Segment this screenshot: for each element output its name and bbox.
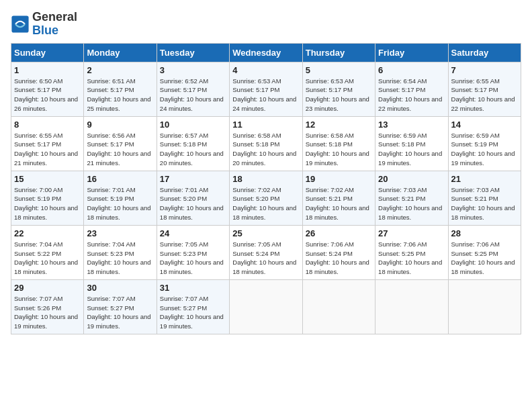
day-detail: Sunrise: 7:00 AMSunset: 5:19 PMDaylight:… — [14, 186, 78, 221]
calendar-day: 8 Sunrise: 6:55 AMSunset: 5:17 PMDayligh… — [11, 116, 84, 171]
calendar-day: 3 Sunrise: 6:52 AMSunset: 5:17 PMDayligh… — [157, 62, 229, 116]
weekday-header: Thursday — [302, 43, 375, 62]
day-number: 22 — [14, 228, 81, 238]
day-detail: Sunrise: 7:02 AMSunset: 5:21 PMDaylight:… — [306, 186, 369, 221]
day-number: 29 — [14, 283, 81, 293]
day-detail: Sunrise: 7:07 AMSunset: 5:26 PMDaylight:… — [14, 295, 78, 330]
logo: General Blue — [11, 11, 77, 38]
calendar-day: 27 Sunrise: 7:06 AMSunset: 5:25 PMDaylig… — [375, 225, 448, 279]
day-number: 8 — [14, 120, 81, 130]
weekday-header: Wednesday — [230, 43, 302, 62]
calendar-week: 1 Sunrise: 6:50 AMSunset: 5:17 PMDayligh… — [11, 62, 521, 116]
day-number: 9 — [87, 120, 153, 130]
day-detail: Sunrise: 7:03 AMSunset: 5:21 PMDaylight:… — [451, 186, 515, 221]
day-number: 24 — [160, 228, 226, 238]
day-detail: Sunrise: 6:50 AMSunset: 5:17 PMDaylight:… — [14, 77, 78, 112]
calendar-day: 13 Sunrise: 6:59 AMSunset: 5:18 PMDaylig… — [375, 116, 448, 171]
calendar-day: 24 Sunrise: 7:05 AMSunset: 5:23 PMDaylig… — [157, 225, 229, 279]
day-detail: Sunrise: 6:53 AMSunset: 5:17 PMDaylight:… — [232, 77, 296, 112]
day-detail: Sunrise: 6:52 AMSunset: 5:17 PMDaylight:… — [160, 77, 224, 112]
calendar-week: 8 Sunrise: 6:55 AMSunset: 5:17 PMDayligh… — [11, 116, 521, 171]
day-number: 10 — [160, 120, 226, 130]
calendar-day: 1 Sunrise: 6:50 AMSunset: 5:17 PMDayligh… — [11, 62, 84, 116]
calendar-day: 16 Sunrise: 7:01 AMSunset: 5:19 PMDaylig… — [84, 171, 157, 225]
day-detail: Sunrise: 7:06 AMSunset: 5:25 PMDaylight:… — [451, 240, 515, 275]
day-detail: Sunrise: 7:05 AMSunset: 5:23 PMDaylight:… — [160, 240, 224, 275]
day-detail: Sunrise: 7:04 AMSunset: 5:23 PMDaylight:… — [87, 240, 150, 275]
calendar-day: 5 Sunrise: 6:53 AMSunset: 5:17 PMDayligh… — [302, 62, 375, 116]
weekday-header: Friday — [375, 43, 448, 62]
day-number: 28 — [451, 228, 518, 238]
calendar-day: 12 Sunrise: 6:58 AMSunset: 5:18 PMDaylig… — [302, 116, 375, 171]
day-detail: Sunrise: 6:58 AMSunset: 5:18 PMDaylight:… — [306, 132, 369, 167]
calendar-day: 14 Sunrise: 6:59 AMSunset: 5:19 PMDaylig… — [448, 116, 521, 171]
page-header: General Blue — [11, 11, 521, 38]
calendar-day: 26 Sunrise: 7:06 AMSunset: 5:24 PMDaylig… — [302, 225, 375, 279]
calendar-day: 28 Sunrise: 7:06 AMSunset: 5:25 PMDaylig… — [448, 225, 521, 279]
svg-rect-0 — [11, 15, 28, 32]
calendar-day: 25 Sunrise: 7:05 AMSunset: 5:24 PMDaylig… — [230, 225, 302, 279]
calendar-day: 21 Sunrise: 7:03 AMSunset: 5:21 PMDaylig… — [448, 171, 521, 225]
weekday-header: Monday — [84, 43, 157, 62]
day-number: 14 — [451, 120, 518, 130]
day-number: 12 — [306, 120, 372, 130]
day-detail: Sunrise: 6:58 AMSunset: 5:18 PMDaylight:… — [232, 132, 296, 167]
day-detail: Sunrise: 6:59 AMSunset: 5:18 PMDaylight:… — [378, 132, 442, 167]
calendar-day: 4 Sunrise: 6:53 AMSunset: 5:17 PMDayligh… — [230, 62, 302, 116]
calendar-day: 19 Sunrise: 7:02 AMSunset: 5:21 PMDaylig… — [302, 171, 375, 225]
day-number: 6 — [378, 65, 445, 75]
day-number: 2 — [87, 65, 153, 75]
day-number: 11 — [232, 120, 299, 130]
day-detail: Sunrise: 7:02 AMSunset: 5:20 PMDaylight:… — [232, 186, 296, 221]
day-number: 13 — [378, 120, 445, 130]
logo-icon — [11, 15, 30, 34]
weekday-header: Tuesday — [157, 43, 229, 62]
calendar-table: SundayMondayTuesdayWednesdayThursdayFrid… — [11, 43, 521, 334]
day-number: 20 — [378, 174, 445, 184]
day-detail: Sunrise: 6:54 AMSunset: 5:17 PMDaylight:… — [378, 77, 442, 112]
calendar-day: 30 Sunrise: 7:07 AMSunset: 5:27 PMDaylig… — [84, 279, 157, 334]
day-detail: Sunrise: 6:55 AMSunset: 5:17 PMDaylight:… — [14, 132, 78, 167]
day-detail: Sunrise: 7:06 AMSunset: 5:25 PMDaylight:… — [378, 240, 442, 275]
day-number: 21 — [451, 174, 518, 184]
day-number: 19 — [306, 174, 372, 184]
empty-cell — [448, 279, 521, 334]
calendar-day: 15 Sunrise: 7:00 AMSunset: 5:19 PMDaylig… — [11, 171, 84, 225]
calendar-day: 18 Sunrise: 7:02 AMSunset: 5:20 PMDaylig… — [230, 171, 302, 225]
day-detail: Sunrise: 7:01 AMSunset: 5:19 PMDaylight:… — [87, 186, 150, 221]
day-detail: Sunrise: 7:04 AMSunset: 5:22 PMDaylight:… — [14, 240, 78, 275]
day-detail: Sunrise: 6:55 AMSunset: 5:17 PMDaylight:… — [451, 77, 515, 112]
day-number: 27 — [378, 228, 445, 238]
day-number: 26 — [306, 228, 372, 238]
day-detail: Sunrise: 7:06 AMSunset: 5:24 PMDaylight:… — [306, 240, 369, 275]
calendar-day: 7 Sunrise: 6:55 AMSunset: 5:17 PMDayligh… — [448, 62, 521, 116]
day-number: 15 — [14, 174, 81, 184]
calendar-day: 29 Sunrise: 7:07 AMSunset: 5:26 PMDaylig… — [11, 279, 84, 334]
calendar-day: 23 Sunrise: 7:04 AMSunset: 5:23 PMDaylig… — [84, 225, 157, 279]
day-number: 23 — [87, 228, 153, 238]
calendar-day: 6 Sunrise: 6:54 AMSunset: 5:17 PMDayligh… — [375, 62, 448, 116]
day-number: 5 — [306, 65, 372, 75]
day-detail: Sunrise: 6:53 AMSunset: 5:17 PMDaylight:… — [306, 77, 369, 112]
logo-text: General Blue — [32, 11, 77, 38]
day-number: 4 — [232, 65, 299, 75]
day-number: 3 — [160, 65, 226, 75]
empty-cell — [375, 279, 448, 334]
day-detail: Sunrise: 7:03 AMSunset: 5:21 PMDaylight:… — [378, 186, 442, 221]
day-number: 7 — [451, 65, 518, 75]
calendar-week: 22 Sunrise: 7:04 AMSunset: 5:22 PMDaylig… — [11, 225, 521, 279]
day-number: 25 — [232, 228, 299, 238]
day-number: 17 — [160, 174, 226, 184]
day-number: 1 — [14, 65, 81, 75]
calendar-day: 17 Sunrise: 7:01 AMSunset: 5:20 PMDaylig… — [157, 171, 229, 225]
empty-cell — [230, 279, 302, 334]
calendar-day: 2 Sunrise: 6:51 AMSunset: 5:17 PMDayligh… — [84, 62, 157, 116]
empty-cell — [302, 279, 375, 334]
day-detail: Sunrise: 7:07 AMSunset: 5:27 PMDaylight:… — [87, 295, 150, 330]
weekday-header: Saturday — [448, 43, 521, 62]
day-detail: Sunrise: 7:01 AMSunset: 5:20 PMDaylight:… — [160, 186, 224, 221]
calendar-week: 15 Sunrise: 7:00 AMSunset: 5:19 PMDaylig… — [11, 171, 521, 225]
day-number: 31 — [160, 283, 226, 293]
calendar-day: 11 Sunrise: 6:58 AMSunset: 5:18 PMDaylig… — [230, 116, 302, 171]
calendar-day: 31 Sunrise: 7:07 AMSunset: 5:27 PMDaylig… — [157, 279, 229, 334]
